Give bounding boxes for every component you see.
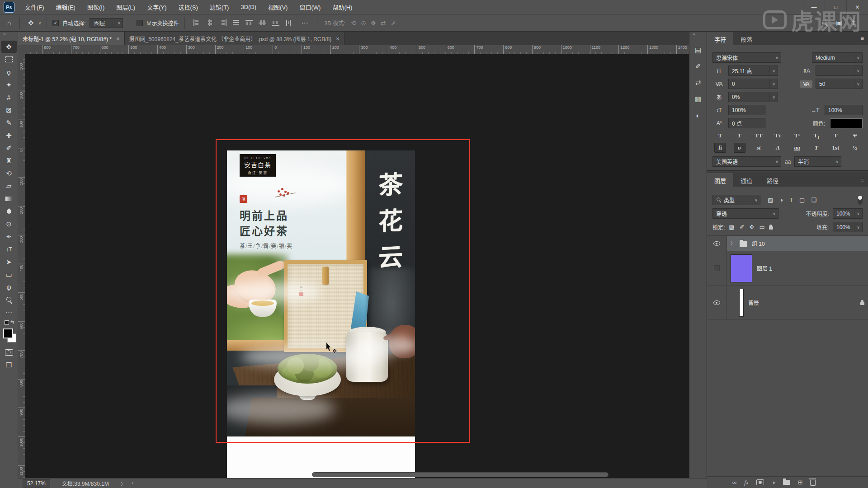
stylistic-alternates-button[interactable]: A <box>772 144 784 151</box>
kerning-field[interactable]: 0∨ <box>728 79 778 89</box>
baseline-shift-field[interactable]: 0 点 <box>728 118 766 128</box>
menu-select[interactable]: 选择(S) <box>172 0 203 14</box>
lock-position-icon[interactable]: ✥ <box>750 224 755 230</box>
anti-alias-dropdown[interactable]: 半消∨ <box>794 156 841 167</box>
filter-pixel-layers-icon[interactable]: ▨ <box>768 197 773 203</box>
expand-arrow-icon[interactable]: 〉 <box>731 240 735 247</box>
color-swatches[interactable] <box>1 328 17 346</box>
filter-type-layers-icon[interactable]: T <box>789 197 793 203</box>
leading-field[interactable]: ∨ <box>816 66 863 76</box>
doc-tab-psd[interactable]: 摄图网_500960824_茶艺茶道茶文化 （非企业商用） .psd @ 88.… <box>125 32 344 45</box>
close-icon[interactable]: × <box>336 35 340 42</box>
ligatures-button[interactable]: fi <box>714 143 726 153</box>
tsume-field[interactable]: 0%∨ <box>728 92 778 102</box>
screen-mode-button[interactable]: ❐ <box>1 359 17 371</box>
menu-filter[interactable]: 滤镜(T) <box>204 0 235 14</box>
doc-tab-untitled[interactable]: 未标题-1 @ 52.2% (组 10, RGB/8#) * × <box>18 32 125 45</box>
frame-tool[interactable]: ⊠ <box>1 104 17 116</box>
history-panel-icon[interactable]: ▤ <box>690 43 706 57</box>
menu-image[interactable]: 图像(I) <box>81 0 110 14</box>
font-family-dropdown[interactable]: 思源宋体∨ <box>712 52 781 63</box>
zoom-level-field[interactable]: 52.17% <box>23 479 50 488</box>
auto-select-dropdown[interactable]: 图层∨ <box>90 18 123 28</box>
workspace-icon[interactable]: ▣ <box>836 19 842 27</box>
hand-tool[interactable]: ψ <box>1 281 17 293</box>
minimize-button[interactable]: — <box>803 0 825 14</box>
gradient-tool[interactable] <box>1 192 17 205</box>
visibility-toggle[interactable] <box>707 286 727 319</box>
tab-channels[interactable]: 通道 <box>733 173 760 187</box>
text-color-swatch[interactable] <box>830 118 863 128</box>
fill-field[interactable]: 100%∨ <box>833 222 863 232</box>
eyedropper-tool[interactable]: ✎ <box>1 117 17 129</box>
opacity-field[interactable]: 100%∨ <box>833 208 863 219</box>
type-tool[interactable]: ↓T <box>1 243 17 255</box>
brush-settings-panel-icon[interactable]: ✐ <box>690 60 706 73</box>
swash-button[interactable]: σ <box>734 143 745 153</box>
dodge-tool[interactable]: ⊙ <box>1 218 17 230</box>
healing-brush-tool[interactable]: ✚ <box>1 129 17 141</box>
marquee-tool[interactable] <box>1 53 17 66</box>
layer-row-layer1[interactable]: 图层 1 <box>707 251 868 286</box>
link-layers-icon[interactable]: ∞ <box>732 479 736 486</box>
panel-menu-icon[interactable]: ≡ <box>860 35 863 42</box>
subscript-button[interactable]: T₁ <box>811 132 822 139</box>
menu-layer[interactable]: 图层(L) <box>110 0 141 14</box>
3d-rotate-icon[interactable]: ⟲ <box>349 19 359 27</box>
crop-tool[interactable]: # <box>1 91 17 103</box>
3d-scale-icon[interactable]: ⇗ <box>388 19 398 27</box>
menu-edit[interactable]: 编辑(E) <box>50 0 81 14</box>
layer-filter-dropdown[interactable]: 类型∨ <box>712 195 760 205</box>
tracking-field[interactable]: 50∨ <box>816 79 863 89</box>
align-horizontal-centers-icon[interactable] <box>206 19 214 26</box>
lock-paint-icon[interactable]: ✐ <box>740 224 745 230</box>
canvas-viewport[interactable]: 茶花云 AN JI BAI CHA 安吉白茶 浙江·安吉 明 明前上品 匠心好茶… <box>25 54 700 478</box>
move-tool[interactable]: ✥ <box>1 41 17 53</box>
lock-artboard-icon[interactable]: ▭ <box>759 224 764 230</box>
lock-transparency-icon[interactable]: ▩ <box>729 224 734 230</box>
align-left-edges-icon[interactable] <box>193 19 201 26</box>
quick-selection-tool[interactable]: ✦ <box>1 79 17 91</box>
quick-mask-button[interactable] <box>1 346 17 358</box>
panel-menu-icon[interactable]: ≡ <box>860 177 863 183</box>
swatches-panel-icon[interactable]: ▦ <box>690 92 706 106</box>
transform-bounds-frame[interactable] <box>216 139 470 443</box>
status-next-icon[interactable]: 〉 <box>121 480 126 487</box>
toolbar-collapse-icon[interactable]: » <box>0 32 18 41</box>
eraser-tool[interactable]: ▱ <box>1 180 17 192</box>
blur-tool[interactable] <box>1 205 17 217</box>
tab-layers[interactable]: 图层 <box>707 173 733 187</box>
titling-alternates-button[interactable]: aa <box>791 144 803 151</box>
zoom-tool[interactable] <box>1 294 17 306</box>
layer-mask-icon[interactable] <box>756 479 764 485</box>
close-icon[interactable]: × <box>116 35 120 42</box>
menu-3d[interactable]: 3D(D) <box>235 0 262 14</box>
move-tool-preset-icon[interactable]: ✥ <box>25 18 37 28</box>
3d-roll-icon[interactable]: ⊙ <box>359 19 368 27</box>
strikethrough-button[interactable]: T <box>849 132 861 139</box>
clone-stamp-tool[interactable]: ♜ <box>1 155 17 167</box>
adjustment-layer-icon[interactable]: ◑ <box>772 479 775 486</box>
visibility-toggle[interactable] <box>707 236 727 251</box>
language-dropdown[interactable]: 美国英语∨ <box>712 156 781 167</box>
filter-adjustment-layers-icon[interactable]: ◑ <box>779 197 783 203</box>
menu-type[interactable]: 文字(Y) <box>141 0 172 14</box>
filter-toggle[interactable] <box>858 195 863 205</box>
layer-row-background[interactable]: 背景 <box>707 286 868 320</box>
history-brush-tool[interactable]: ⟲ <box>1 167 17 179</box>
search-icon[interactable] <box>822 20 828 26</box>
more-options-icon[interactable]: ⋯ <box>299 19 311 27</box>
info-panel-icon[interactable]: ◐ <box>690 108 706 122</box>
panels-collapse-icon[interactable]: « <box>689 32 695 41</box>
new-layer-icon[interactable]: ⊞ <box>798 479 803 486</box>
3d-drag-icon[interactable]: ✥ <box>368 19 378 27</box>
menu-view[interactable]: 视图(V) <box>262 0 293 14</box>
filter-smart-objects-icon[interactable]: ❏ <box>811 197 816 203</box>
auto-select-checkbox[interactable]: ✓ <box>52 20 59 26</box>
brush-tool[interactable]: ✐ <box>1 142 17 154</box>
ordinals-button[interactable]: T <box>811 144 822 151</box>
superscript-button[interactable]: T¹ <box>791 132 803 139</box>
small-caps-button[interactable]: Tᴛ <box>772 132 784 139</box>
align-right-edges-icon[interactable] <box>219 19 227 26</box>
rectangle-tool[interactable]: ▭ <box>1 268 17 281</box>
